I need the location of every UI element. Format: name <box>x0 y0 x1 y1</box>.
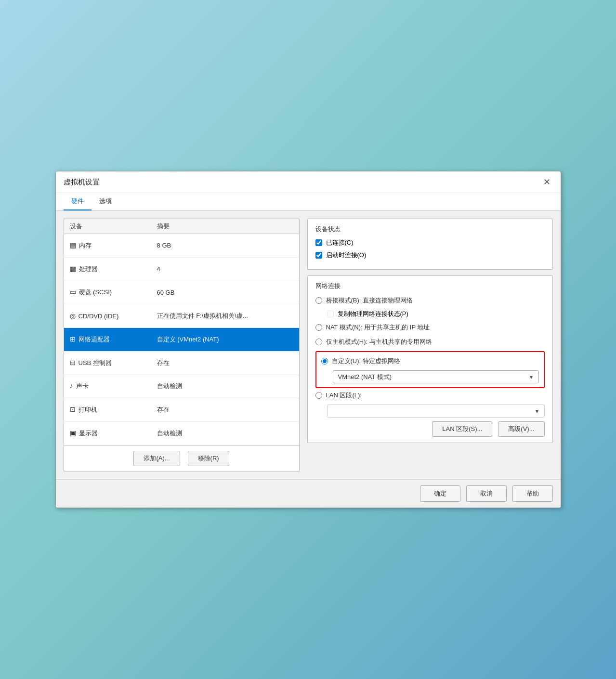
remove-button[interactable]: 移除(R) <box>188 451 229 466</box>
left-buttons: 添加(A)... 移除(R) <box>64 445 299 471</box>
dialog-title: 虚拟机设置 <box>64 178 100 187</box>
table-row[interactable]: ♪声卡 自动检测 <box>64 375 299 398</box>
disk-icon: ▭ <box>70 288 76 296</box>
copy-physical-label: 复制物理网络连接状态(P) <box>338 310 408 318</box>
host-only-radio[interactable] <box>315 339 322 345</box>
device-summary-cell: 8 GB <box>151 234 299 258</box>
usb-icon: ⊟ <box>70 359 76 366</box>
bridge-sub: 复制物理网络连接状态(P) <box>327 310 545 318</box>
custom-radio[interactable] <box>321 358 328 365</box>
network-title: 网络连接 <box>315 282 545 290</box>
custom-dropdown-wrapper: VMnet0 VMnet1 VMnet2 (NAT 模式) VMnet8 ▼ <box>333 370 539 383</box>
audio-icon: ♪ <box>70 382 73 390</box>
device-name-cell: ◎CD/DVD (IDE) <box>64 304 151 328</box>
copy-physical-checkbox[interactable] <box>327 311 334 317</box>
right-bottom-buttons: LAN 区段(S)... 高级(V)... <box>315 418 545 437</box>
device-summary-cell: 60 GB <box>151 281 299 304</box>
lan-section: LAN 区段(L): ▼ <box>315 390 545 418</box>
col-device: 设备 <box>64 219 151 234</box>
virtual-machine-settings-dialog: 虚拟机设置 ✕ 硬件 选项 设备 摘要 ▤内存 8 GB ▦处理器 <box>55 171 561 508</box>
host-only-row: 仅主机模式(H): 与主机共享的专用网络 <box>315 337 545 347</box>
left-panel: 设备 摘要 ▤内存 8 GB ▦处理器 4 ▭硬盘 (SCSI) 60 GB ◎… <box>64 219 300 471</box>
connect-on-start-label: 启动时连接(O) <box>326 251 367 260</box>
device-name-cell: ▭硬盘 (SCSI) <box>64 281 151 304</box>
display-icon: ▣ <box>70 429 76 437</box>
host-only-label: 仅主机模式(H): 与主机共享的专用网络 <box>326 338 432 346</box>
memory-icon: ▤ <box>70 241 76 249</box>
connect-on-start-checkbox[interactable] <box>315 252 322 259</box>
tab-options[interactable]: 选项 <box>92 193 119 210</box>
lan-segment-button[interactable]: LAN 区段(S)... <box>432 421 492 437</box>
table-row[interactable]: ▣显示器 自动检测 <box>64 422 299 445</box>
help-button[interactable]: 帮助 <box>512 485 553 502</box>
device-summary-cell: 存在 <box>151 398 299 422</box>
bridge-radio[interactable] <box>315 297 322 304</box>
cancel-button[interactable]: 取消 <box>466 485 507 502</box>
connected-checkbox[interactable] <box>315 239 322 246</box>
add-button[interactable]: 添加(A)... <box>133 451 180 466</box>
cdrom-icon: ◎ <box>70 312 76 320</box>
advanced-button[interactable]: 高级(V)... <box>498 421 544 437</box>
table-row[interactable]: ⊟USB 控制器 存在 <box>64 351 299 375</box>
bridge-label: 桥接模式(B): 直接连接物理网络 <box>326 296 413 305</box>
device-name-cell: ⊞网络适配器 <box>64 328 151 352</box>
device-name-cell: ▣显示器 <box>64 422 151 445</box>
connected-label: 已连接(C) <box>326 238 354 247</box>
table-row[interactable]: ▭硬盘 (SCSI) 60 GB <box>64 281 299 304</box>
device-summary-cell: 正在使用文件 F:\虚拟机相关\虚... <box>151 304 299 328</box>
device-name-cell: ▤内存 <box>64 234 151 258</box>
close-button[interactable]: ✕ <box>541 176 553 188</box>
tab-hardware[interactable]: 硬件 <box>64 193 92 210</box>
device-summary-cell: 自动检测 <box>151 422 299 445</box>
bridge-row: 桥接模式(B): 直接连接物理网络 <box>315 295 545 306</box>
lan-segment-dropdown[interactable] <box>327 405 545 418</box>
device-summary-cell: 4 <box>151 257 299 281</box>
col-summary: 摘要 <box>151 219 299 234</box>
custom-network-dropdown[interactable]: VMnet0 VMnet1 VMnet2 (NAT 模式) VMnet8 <box>333 370 539 383</box>
copy-physical-row: 复制物理网络连接状态(P) <box>327 310 545 318</box>
tab-bar: 硬件 选项 <box>56 193 561 211</box>
ok-button[interactable]: 确定 <box>420 485 460 502</box>
custom-row: 自定义(U): 特定虚拟网络 <box>321 356 539 366</box>
network-icon: ⊞ <box>70 335 76 343</box>
dialog-footer: 确定 取消 帮助 <box>56 479 561 508</box>
table-row[interactable]: ⊞网络适配器 自定义 (VMnet2 (NAT) <box>64 328 299 352</box>
nat-label: NAT 模式(N): 用于共享主机的 IP 地址 <box>326 323 430 332</box>
lan-label: LAN 区段(L): <box>326 391 362 400</box>
device-summary-cell: 自定义 (VMnet2 (NAT) <box>151 328 299 352</box>
device-status-section: 设备状态 已连接(C) 启动时连接(O) <box>307 219 553 270</box>
lan-row: LAN 区段(L): <box>315 390 545 401</box>
custom-section: 自定义(U): 特定虚拟网络 VMnet0 VMnet1 VMnet2 (NAT… <box>315 351 545 388</box>
device-summary-cell: 自动检测 <box>151 375 299 398</box>
right-panel: 设备状态 已连接(C) 启动时连接(O) 网络连接 桥接模式(B): 直接连接物… <box>307 219 553 471</box>
device-summary-cell: 存在 <box>151 351 299 375</box>
nat-radio[interactable] <box>315 324 322 331</box>
table-row[interactable]: ▤内存 8 GB <box>64 234 299 258</box>
title-bar: 虚拟机设置 ✕ <box>56 171 561 193</box>
cpu-icon: ▦ <box>70 265 76 273</box>
custom-label: 自定义(U): 特定虚拟网络 <box>332 357 400 366</box>
device-name-cell: ▦处理器 <box>64 257 151 281</box>
device-status-title: 设备状态 <box>315 225 545 234</box>
network-connection-section: 网络连接 桥接模式(B): 直接连接物理网络 复制物理网络连接状态(P) NAT… <box>307 275 553 443</box>
device-name-cell: ♪声卡 <box>64 375 151 398</box>
device-name-cell: ⊡打印机 <box>64 398 151 422</box>
connected-row: 已连接(C) <box>315 238 545 247</box>
printer-icon: ⊡ <box>70 405 76 413</box>
table-row[interactable]: ▦处理器 4 <box>64 257 299 281</box>
device-name-cell: ⊟USB 控制器 <box>64 351 151 375</box>
lan-radio[interactable] <box>315 392 322 399</box>
lan-dropdown-wrapper: ▼ <box>327 405 545 418</box>
table-row[interactable]: ◎CD/DVD (IDE) 正在使用文件 F:\虚拟机相关\虚... <box>64 304 299 328</box>
device-table: 设备 摘要 ▤内存 8 GB ▦处理器 4 ▭硬盘 (SCSI) 60 GB ◎… <box>64 219 299 445</box>
nat-row: NAT 模式(N): 用于共享主机的 IP 地址 <box>315 322 545 333</box>
content-area: 设备 摘要 ▤内存 8 GB ▦处理器 4 ▭硬盘 (SCSI) 60 GB ◎… <box>56 211 561 479</box>
connect-on-start-row: 启动时连接(O) <box>315 251 545 260</box>
table-row[interactable]: ⊡打印机 存在 <box>64 398 299 422</box>
